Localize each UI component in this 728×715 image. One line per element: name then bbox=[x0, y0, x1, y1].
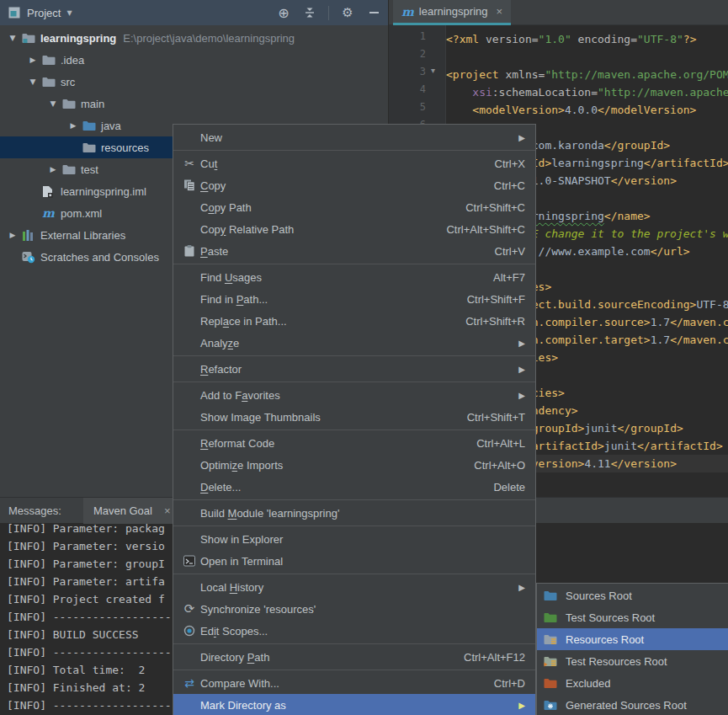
menu-item-cut[interactable]: ✂CutCtrl+X bbox=[173, 152, 535, 174]
menu-item-label: Analyze bbox=[200, 337, 239, 349]
menu-item-open-in-terminal[interactable]: Open in Terminal bbox=[173, 550, 535, 572]
menu-separator bbox=[173, 574, 535, 574]
menu-item-directory-path[interactable]: Directory PathCtrl+Alt+F12 bbox=[173, 646, 535, 668]
menu-item-label: Delete... bbox=[200, 481, 241, 494]
submenu-item-generated-sources-root[interactable]: Generated Sources Root bbox=[537, 694, 728, 715]
folder-icon bbox=[62, 99, 81, 109]
chevron-right-icon[interactable]: ▶ bbox=[24, 56, 42, 64]
submenu-item-resources-root[interactable]: Resources Root bbox=[537, 628, 728, 650]
chevron-down-icon[interactable]: ▼ bbox=[66, 9, 72, 17]
menu-item-label: Directory Path bbox=[200, 651, 269, 664]
tree-item-label: resources bbox=[101, 141, 149, 154]
chevron-right-icon[interactable]: ▶ bbox=[64, 121, 82, 130]
menu-item-copy[interactable]: CopyCtrl+C bbox=[173, 174, 535, 196]
menu-item-find-in-path[interactable]: Find in Path...Ctrl+Shift+F bbox=[173, 288, 535, 310]
tree-item-idea[interactable]: ▶.idea bbox=[0, 49, 388, 71]
menu-separator bbox=[173, 526, 535, 526]
menu-item-show-image-thumbnails[interactable]: Show Image ThumbnailsCtrl+Shift+T bbox=[173, 406, 535, 428]
menu-item-reformat-code[interactable]: Reformat CodeCtrl+Alt+L bbox=[173, 432, 535, 454]
folder-sources-icon bbox=[544, 590, 559, 601]
menu-item-label: Paste bbox=[200, 245, 228, 258]
tree-item-label: main bbox=[81, 98, 104, 110]
submenu-item-test-sources-root[interactable]: Test Sources Root bbox=[537, 606, 728, 628]
tab-label: learningspring bbox=[419, 5, 488, 18]
folder-test-resources-icon bbox=[544, 656, 559, 667]
menu-item-add-to-favorites[interactable]: Add to Favorites▶ bbox=[173, 384, 535, 406]
submenu-item-label: Test Resources Root bbox=[566, 655, 667, 668]
tree-item-main[interactable]: ▼main bbox=[0, 93, 388, 115]
folder-resources-icon bbox=[544, 634, 559, 645]
menu-item-find-usages[interactable]: Find UsagesAlt+F7 bbox=[173, 266, 535, 288]
menu-item-label: Optimize Imports bbox=[200, 459, 283, 472]
menu-item-copy-relative-path[interactable]: Copy Relative PathCtrl+Alt+Shift+C bbox=[173, 218, 535, 240]
close-icon[interactable]: × bbox=[497, 5, 503, 18]
menu-item-delete[interactable]: Delete...Delete bbox=[173, 476, 535, 498]
locate-icon[interactable]: ⊕ bbox=[276, 5, 291, 20]
folder-icon bbox=[42, 55, 61, 66]
collapse-all-icon[interactable] bbox=[302, 5, 317, 20]
menu-item-local-history[interactable]: Local History▶ bbox=[173, 576, 535, 598]
project-panel-title[interactable]: Project bbox=[27, 7, 61, 19]
submenu-item-test-resources-root[interactable]: Test Resources Root bbox=[537, 650, 728, 672]
menu-item-edit-scopes[interactable]: Edit Scopes... bbox=[173, 620, 535, 642]
chevron-right-icon[interactable]: ▶ bbox=[44, 165, 62, 173]
submenu-arrow-icon: ▶ bbox=[518, 133, 525, 142]
file-maven-icon: m bbox=[42, 207, 61, 219]
tree-item-label: .idea bbox=[61, 54, 84, 67]
chevron-right-icon[interactable]: ▶ bbox=[3, 231, 22, 239]
line-number: 4 bbox=[397, 83, 426, 101]
close-icon[interactable]: × bbox=[164, 504, 171, 517]
submenu-arrow-icon: ▶ bbox=[518, 701, 525, 710]
file-iml-icon bbox=[42, 185, 61, 198]
menu-item-analyze[interactable]: Analyze▶ bbox=[173, 332, 535, 354]
menu-shortcut: Ctrl+X bbox=[495, 157, 525, 170]
menu-shortcut: Ctrl+Shift+T bbox=[467, 411, 525, 424]
menu-separator bbox=[173, 499, 535, 500]
tab-learningspring[interactable]: m learningspring × bbox=[393, 0, 511, 25]
menu-shortcut: Alt+F7 bbox=[493, 271, 525, 284]
menu-item-synchronize-resources[interactable]: ⟳Synchronize 'resources' bbox=[173, 598, 535, 620]
menu-separator bbox=[173, 150, 535, 151]
tree-item-learningspring[interactable]: ▼learningspringE:\project\java\demo\lear… bbox=[0, 27, 388, 49]
menu-item-label: Copy bbox=[200, 179, 226, 192]
code-line: xsi:schemaLocation="http://maven.apache.… bbox=[446, 83, 728, 101]
menu-item-refactor[interactable]: Refactor▶ bbox=[173, 358, 535, 380]
line-number: 5 bbox=[397, 101, 426, 119]
menu-item-copy-path[interactable]: Copy PathCtrl+Shift+C bbox=[173, 196, 535, 218]
paste-icon bbox=[178, 245, 200, 257]
menu-item-mark-directory-as[interactable]: Mark Directory as▶ bbox=[173, 694, 535, 715]
menu-shortcut: Ctrl+Shift+R bbox=[465, 315, 525, 328]
tree-item-label: Scratches and Consoles bbox=[40, 251, 159, 264]
tree-item-src[interactable]: ▼src bbox=[0, 71, 388, 93]
compare-icon: ⇄ bbox=[178, 676, 200, 690]
fold-marker-icon[interactable]: ▾ bbox=[431, 66, 435, 75]
editor-tab-bar: m learningspring × bbox=[389, 0, 728, 25]
menu-item-label: Replace in Path... bbox=[200, 315, 287, 328]
menu-item-label: Synchronize 'resources' bbox=[200, 603, 316, 616]
submenu-item-excluded[interactable]: Excluded bbox=[537, 672, 728, 694]
chevron-down-icon[interactable]: ▼ bbox=[24, 77, 42, 86]
settings-gear-icon[interactable]: ⚙ bbox=[340, 5, 355, 20]
menu-item-compare-with[interactable]: ⇄Compare With...Ctrl+D bbox=[173, 672, 535, 694]
project-panel-header: Project ▼ ⊕ ⚙ bbox=[0, 0, 388, 25]
folder-icon bbox=[42, 77, 61, 88]
chevron-down-icon[interactable]: ▼ bbox=[3, 34, 22, 42]
menu-item-build-module-learningspring[interactable]: Build Module 'learningspring' bbox=[173, 502, 535, 524]
menu-item-label: Edit Scopes... bbox=[200, 625, 268, 638]
libraries-icon bbox=[22, 229, 40, 241]
toolbar-divider bbox=[328, 6, 329, 20]
scratches-icon bbox=[22, 251, 40, 264]
submenu-item-sources-root[interactable]: Sources Root bbox=[537, 584, 728, 606]
menu-item-replace-in-path[interactable]: Replace in Path...Ctrl+Shift+R bbox=[173, 310, 535, 332]
menu-item-show-in-explorer[interactable]: Show in Explorer bbox=[173, 528, 535, 550]
tab-maven-goal[interactable]: Maven Goal × bbox=[83, 498, 181, 524]
menu-item-optimize-imports[interactable]: Optimize ImportsCtrl+Alt+O bbox=[173, 454, 535, 476]
menu-item-paste[interactable]: PasteCtrl+V bbox=[173, 240, 535, 262]
menu-shortcut: Ctrl+Shift+C bbox=[465, 201, 525, 214]
chevron-down-icon[interactable]: ▼ bbox=[44, 99, 62, 108]
menu-shortcut: Ctrl+Alt+O bbox=[474, 459, 525, 472]
tree-item-label: learningspring bbox=[40, 32, 116, 45]
menu-item-label: Copy Relative Path bbox=[200, 223, 294, 236]
hide-panel-icon[interactable] bbox=[366, 5, 381, 20]
menu-item-new[interactable]: New▶ bbox=[173, 126, 535, 148]
